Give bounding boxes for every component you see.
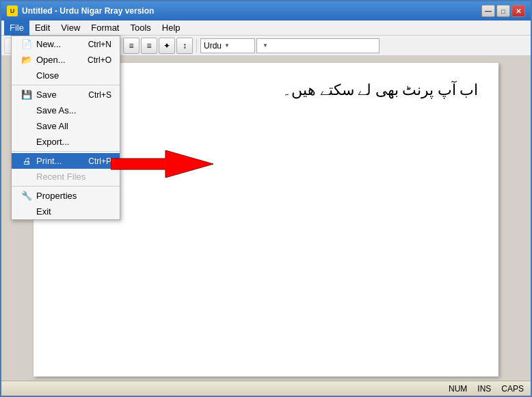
menu-item-close[interactable]: Close bbox=[12, 68, 120, 83]
menu-item-recentfiles[interactable]: Recent Files bbox=[12, 169, 120, 184]
app-icon: U bbox=[7, 5, 18, 16]
window-title: Untitled - Urdu Nigar Rray version bbox=[22, 6, 154, 16]
menu-item-new[interactable]: 📄 New... Ctrl+N bbox=[12, 36, 120, 52]
menu-item-saveall[interactable]: Save All bbox=[12, 118, 120, 134]
menu-item-export[interactable]: Export... bbox=[12, 134, 120, 150]
menu-separator-1 bbox=[12, 85, 120, 85]
menu-view[interactable]: View bbox=[55, 20, 85, 36]
open-icon: 📂 bbox=[20, 55, 34, 65]
menu-file[interactable]: File bbox=[4, 20, 29, 36]
menu-item-open[interactable]: 📂 Open... Ctrl+O bbox=[12, 52, 120, 68]
caps-indicator: CAPS bbox=[501, 384, 524, 394]
ins-indicator: INS bbox=[477, 384, 491, 394]
num-indicator: NUM bbox=[449, 384, 467, 394]
new-icon: 📄 bbox=[20, 39, 34, 49]
toolbar-align-center-btn[interactable]: ≡ bbox=[141, 38, 157, 54]
save-icon: 💾 bbox=[20, 90, 34, 100]
toolbar-align-left-btn[interactable]: ≡ bbox=[123, 38, 139, 54]
menu-separator-2 bbox=[12, 151, 120, 152]
svg-marker-0 bbox=[111, 150, 213, 178]
font-dropdown[interactable]: ▼ bbox=[256, 38, 380, 53]
menu-item-saveas[interactable]: Save As... bbox=[12, 102, 120, 118]
properties-icon: 🔧 bbox=[20, 191, 34, 201]
file-dropdown-menu: 📄 New... Ctrl+N 📂 Open... Ctrl+O Close 💾… bbox=[11, 36, 120, 220]
menu-bar: File Edit View Format Tools Help bbox=[1, 20, 531, 36]
menu-item-properties[interactable]: 🔧 Properties bbox=[12, 188, 120, 204]
maximize-button[interactable]: □ bbox=[496, 5, 510, 17]
toolbar-special2-btn[interactable]: ↕ bbox=[176, 38, 193, 54]
window-controls: — □ ✕ bbox=[481, 5, 525, 17]
print-icon: 🖨 bbox=[20, 156, 34, 166]
status-bar: NUM INS CAPS bbox=[1, 381, 531, 396]
menu-edit[interactable]: Edit bbox=[29, 20, 55, 36]
menu-item-print[interactable]: 🖨 Print... Ctrl+P bbox=[12, 153, 120, 169]
menu-help[interactable]: Help bbox=[157, 20, 186, 36]
close-button[interactable]: ✕ bbox=[511, 5, 525, 17]
print-arrow-annotation bbox=[111, 150, 213, 178]
lang-dropdown-arrow: ▼ bbox=[224, 42, 230, 49]
toolbar-separator-3 bbox=[196, 39, 197, 53]
menu-item-save[interactable]: 💾 Save Ctrl+S bbox=[12, 87, 120, 102]
menu-tools[interactable]: Tools bbox=[124, 20, 156, 36]
title-bar: U Untitled - Urdu Nigar Rray version — □… bbox=[1, 1, 531, 20]
menu-format[interactable]: Format bbox=[85, 20, 124, 36]
app-window: U Untitled - Urdu Nigar Rray version — □… bbox=[0, 0, 532, 397]
title-bar-left: U Untitled - Urdu Nigar Rray version bbox=[7, 5, 154, 16]
font-dropdown-arrow: ▼ bbox=[263, 42, 268, 49]
menu-separator-3 bbox=[12, 186, 120, 187]
language-dropdown[interactable]: Urdu ▼ bbox=[200, 38, 255, 53]
minimize-button[interactable]: — bbox=[481, 5, 495, 17]
toolbar-special-btn[interactable]: ✦ bbox=[159, 38, 175, 54]
menu-item-exit[interactable]: Exit bbox=[12, 204, 120, 219]
